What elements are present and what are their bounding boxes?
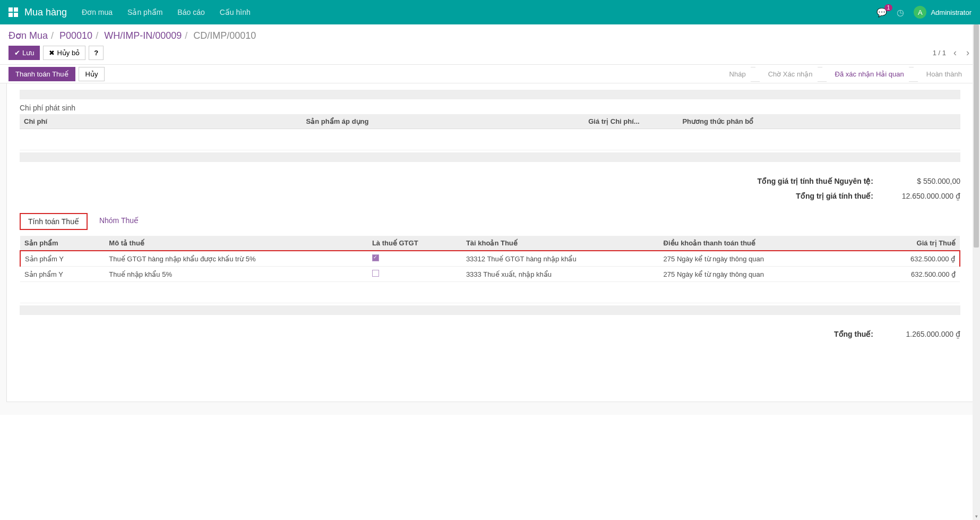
tax-cell-product: Sản phẩm Y — [20, 251, 105, 267]
chat-badge: 1 — [884, 4, 893, 11]
user-name: Administrator — [931, 8, 972, 16]
cost-section-title: Chi phí phát sinh — [20, 104, 960, 112]
pager-text: 1 / 1 — [933, 49, 946, 57]
step-confirmed[interactable]: Đã xác nhận Hải quan — [822, 67, 914, 81]
crumb-current: CD/IMP/00010 — [193, 30, 256, 41]
tax-cell-desc: Thuế GTGT hàng nhập khẩu được khấu trừ 5… — [105, 251, 368, 267]
save-button[interactable]: ✔Lưu — [8, 46, 40, 60]
crumb-root[interactable]: Đơn Mua — [8, 30, 48, 41]
tax-table: Sản phẩm Mô tả thuế Là thuế GTGT Tài kho… — [20, 236, 960, 303]
menu-products[interactable]: Sản phẩm — [127, 8, 162, 16]
scrollbar[interactable]: ▾ — [973, 24, 980, 415]
total-currency-label: Tổng giá trị tính thuế Nguyên tệ: — [758, 177, 873, 185]
tax-cell-account: 3333 Thuế xuất, nhập khẩu — [462, 267, 659, 282]
tax-col-value: Giá trị Thuế — [866, 236, 960, 251]
tax-col-term: Điều khoản thanh toán thuế — [659, 236, 866, 251]
tax-cell-term: 275 Ngày kể từ ngày thông quan — [659, 267, 866, 282]
pager-next[interactable]: › — [964, 47, 972, 58]
top-nav: Mua hàng Đơn mua Sản phẩm Báo cáo Cấu hì… — [0, 0, 980, 24]
cost-col-method: Phương thức phân bổ — [678, 114, 960, 129]
total-currency-value: $ 550.000,00 — [886, 177, 960, 185]
breadcrumb: Đơn Mua/ P00010/ WH/IMP-IN/00009/ CD/IMP… — [8, 30, 972, 41]
crumb-po[interactable]: P00010 — [59, 30, 92, 41]
menu-config[interactable]: Cấu hình — [220, 8, 251, 16]
tax-cell-vat — [368, 251, 462, 267]
user-menu[interactable]: A Administrator — [914, 6, 972, 19]
scrollbar-thumb[interactable] — [974, 24, 979, 248]
tax-total-block: Tổng thuế: 1.265.000.000 ₫ — [20, 330, 960, 338]
tax-col-vat: Là thuế GTGT — [368, 236, 462, 251]
status-steps: Nháp Chờ Xác nhận Đã xác nhận Hải quan H… — [717, 67, 972, 81]
step-waiting[interactable]: Chờ Xác nhận — [755, 67, 822, 81]
cost-col-value: Giá trị Chi phí... — [584, 114, 678, 129]
tax-cell-vat — [368, 267, 462, 282]
help-button[interactable]: ? — [89, 46, 104, 60]
tax-col-account: Tài khoản Thuế — [462, 236, 659, 251]
pager-prev[interactable]: ‹ — [951, 47, 959, 58]
activity-icon[interactable]: ◷ — [897, 7, 904, 18]
status-bar: Thanh toán Thuế Hủy Nháp Chờ Xác nhận Đã… — [0, 64, 980, 83]
tab-tax-calc[interactable]: Tính toán Thuế — [20, 213, 88, 230]
crumb-picking[interactable]: WH/IMP-IN/00009 — [104, 30, 182, 41]
cost-col-product: Sản phẩm áp dụng — [302, 114, 584, 129]
tax-col-desc: Mô tả thuế — [105, 236, 368, 251]
cost-empty[interactable] — [20, 129, 960, 150]
avatar: A — [914, 6, 926, 19]
cost-table: Chi phí Sản phẩm áp dụng Giá trị Chi phí… — [20, 114, 960, 150]
messaging-icon[interactable]: 💬1 — [876, 7, 887, 18]
form-sheet: Chi phí phát sinh Chi phí Sản phẩm áp dụ… — [6, 83, 974, 402]
tab-tax-group[interactable]: Nhóm Thuế — [92, 213, 146, 230]
pay-tax-button[interactable]: Thanh toán Thuế — [8, 67, 75, 81]
tax-cell-term: 275 Ngày kể từ ngày thông quan — [659, 251, 866, 267]
tax-cell-product: Sản phẩm Y — [20, 267, 105, 282]
cancel-button[interactable]: Hủy — [79, 67, 105, 81]
checkbox-icon[interactable] — [372, 270, 379, 277]
menu-orders[interactable]: Đơn mua — [82, 8, 113, 16]
cost-col-cost: Chi phí — [20, 114, 302, 129]
tax-total-value: 1.265.000.000 ₫ — [886, 330, 960, 338]
tax-cell-account: 33312 Thuế GTGT hàng nhập khẩu — [462, 251, 659, 267]
app-brand[interactable]: Mua hàng — [24, 7, 67, 18]
tax-row[interactable]: Sản phẩm Y Thuế nhập khẩu 5% 3333 Thuế x… — [20, 267, 960, 282]
checkbox-icon[interactable] — [372, 254, 379, 261]
tax-row[interactable]: Sản phẩm Y Thuế GTGT hàng nhập khẩu được… — [20, 251, 960, 267]
tax-cell-desc: Thuế nhập khẩu 5% — [105, 267, 368, 282]
tax-total-label: Tổng thuế: — [834, 330, 873, 338]
tax-cell-value: 632.500.000 ₫ — [866, 267, 960, 282]
total-tax-base-value: 12.650.000.000 ₫ — [886, 192, 960, 200]
totals-block: Tổng giá trị tính thuế Nguyên tệ: $ 550.… — [20, 177, 960, 200]
discard-button[interactable]: ✖Hủy bỏ — [43, 46, 85, 60]
apps-icon[interactable] — [8, 7, 18, 17]
control-panel: Đơn Mua/ P00010/ WH/IMP-IN/00009/ CD/IMP… — [0, 24, 980, 63]
pager: 1 / 1 ‹ › — [933, 47, 972, 58]
top-menu: Đơn mua Sản phẩm Báo cáo Cấu hình — [82, 8, 876, 16]
tax-tabs: Tính toán Thuế Nhóm Thuế — [20, 213, 960, 230]
tax-cell-value: 632.500.000 ₫ — [866, 251, 960, 267]
step-done[interactable]: Hoàn thành — [914, 67, 972, 81]
tax-empty[interactable] — [20, 282, 960, 303]
menu-reports[interactable]: Báo cáo — [177, 8, 204, 16]
tax-col-product: Sản phẩm — [20, 236, 105, 251]
total-tax-base-label: Tổng trị giá tính thuế: — [796, 192, 873, 200]
step-draft[interactable]: Nháp — [717, 67, 755, 81]
